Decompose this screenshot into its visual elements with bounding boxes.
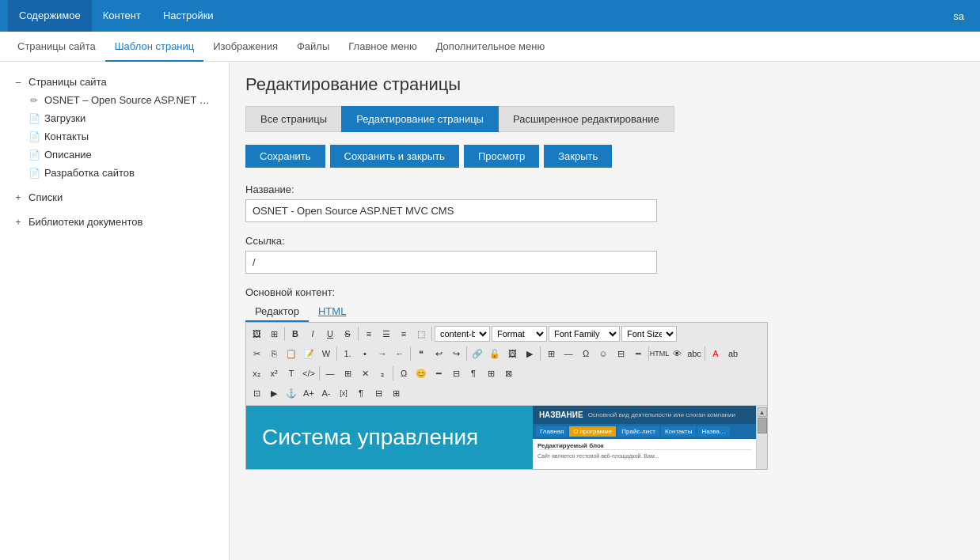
save-close-button[interactable]: Сохранить и закрыть — [330, 145, 459, 168]
sidebar-item-razrabotka[interactable]: 📄 Разработка сайтов — [0, 164, 229, 182]
tb-align-center-btn[interactable]: ☰ — [378, 326, 394, 342]
tb-source2-btn[interactable]: ⊟ — [370, 385, 386, 401]
tb-bg-color-btn[interactable]: ab — [725, 346, 741, 361]
sidebar-item-zagruzki[interactable]: 📄 Загрузки — [0, 109, 229, 127]
tb-justify-btn[interactable]: ⬚ — [413, 326, 429, 342]
tb-paste-text-btn[interactable]: 📝 — [301, 346, 317, 361]
tb-separator-btn[interactable]: ━ — [431, 365, 446, 381]
tb-subscript-btn[interactable]: x₂ — [249, 365, 264, 381]
sidebar-section-header-lists[interactable]: + Списки — [0, 188, 229, 206]
tb-cut-btn[interactable]: ✂ — [249, 346, 264, 361]
sidebar-section-header-site-pages[interactable]: – Страницы сайта — [0, 73, 229, 91]
second-nav-extra-menu[interactable]: Дополнительное меню — [427, 32, 555, 62]
nav-item-content[interactable]: Содержимое — [8, 0, 92, 32]
tb-fontplus-btn[interactable]: A+ — [301, 385, 317, 401]
editor-preview-text: Система управления — [262, 424, 478, 451]
link-input[interactable] — [245, 251, 657, 274]
nav-item-konten[interactable]: Контент — [92, 0, 152, 32]
tb-block-btn[interactable]: ⊞ — [483, 365, 499, 381]
editor-tab-editor[interactable]: Редактор — [245, 302, 309, 322]
tb-font-color-btn[interactable]: A — [708, 346, 724, 361]
second-nav-page-template[interactable]: Шаблон страниц — [105, 32, 204, 62]
tb-maximize-btn[interactable]: ⊞ — [388, 385, 404, 401]
tb-source-btn[interactable]: </> — [301, 365, 317, 381]
tb-undo-btn[interactable]: ↩ — [431, 346, 446, 361]
tab-edit-page[interactable]: Редактирование страницы — [341, 106, 499, 132]
tb-bold-btn[interactable]: B — [287, 326, 303, 342]
tb-page-break-btn[interactable]: ⊟ — [613, 346, 629, 361]
second-nav-site-pages[interactable]: Страницы сайта — [8, 32, 105, 62]
tb-img-btn[interactable]: 🖼 — [249, 326, 264, 342]
tb-img-resize-btn[interactable]: ⊞ — [266, 326, 282, 342]
tb-underline-btn[interactable]: U — [322, 326, 338, 342]
tb-anchor-btn[interactable]: ⚓ — [283, 385, 299, 401]
tb-font-size-select[interactable]: Font Size — [621, 326, 677, 342]
editor-content[interactable]: Система управления НАЗВАНИЕ Основной вид… — [246, 406, 767, 469]
tab-advanced-edit[interactable]: Расширенное редактирование — [498, 106, 674, 132]
second-nav-images[interactable]: Изображения — [203, 32, 287, 62]
tb-rule-btn[interactable]: — — [560, 346, 576, 361]
tb-ul-btn[interactable]: • — [357, 346, 373, 361]
sidebar-item-osnet[interactable]: ✏ OSNET – Open Source ASP.NET M… — [0, 91, 229, 109]
tb-paste-word-btn[interactable]: W — [318, 346, 334, 361]
tb-flash2-btn[interactable]: ▶ — [266, 385, 282, 401]
tb-insert-table-btn[interactable]: ⊞ — [340, 365, 355, 381]
tb-italic-btn[interactable]: I — [305, 326, 321, 342]
tb-insert-image-btn[interactable]: 🖼 — [504, 346, 520, 361]
tb-pilcrow-btn[interactable]: ¶ — [465, 365, 481, 381]
tb-align-right-btn[interactable]: ≡ — [396, 326, 412, 342]
tb-paste-btn[interactable]: 📋 — [283, 346, 299, 361]
tb-copy-btn[interactable]: ⎘ — [266, 346, 282, 361]
tb-redo-btn[interactable]: ↪ — [448, 346, 464, 361]
scrollbar-up-arrow[interactable]: ▲ — [758, 407, 767, 417]
tb-html-btn[interactable]: HTML — [651, 346, 667, 361]
tb-strikethrough-btn[interactable]: S — [340, 326, 355, 342]
sidebar-item-kontakty[interactable]: 📄 Контакты — [0, 127, 229, 146]
second-nav-files[interactable]: Файлы — [287, 32, 339, 62]
tb-format-select[interactable]: Format — [492, 326, 547, 342]
tb-link-btn[interactable]: 🔗 — [469, 346, 485, 361]
name-input[interactable] — [245, 199, 657, 222]
tb-css-class-select[interactable]: content-banne — [435, 326, 490, 342]
editor-preview-block-title: Редактируемый блок — [537, 442, 751, 450]
editor-scrollbar[interactable]: ▲ — [756, 406, 767, 469]
tb-align-left-btn[interactable]: ≡ — [361, 326, 377, 342]
tb-remove-format-btn[interactable]: T — [283, 365, 299, 381]
tb-placeholder-btn[interactable]: [x] — [336, 385, 351, 401]
close-button[interactable]: Закрыть — [544, 145, 612, 168]
tb-horizontal-btn[interactable]: ━ — [630, 346, 646, 361]
nav-item-settings[interactable]: Настройки — [152, 0, 225, 32]
tb-pilcrow2-btn[interactable]: ¶ — [353, 385, 369, 401]
sidebar-item-opisanie[interactable]: 📄 Описание — [0, 146, 229, 164]
tb-sub2-btn[interactable]: ₂ — [374, 365, 390, 381]
tab-all-pages[interactable]: Все страницы — [245, 106, 342, 132]
tb-sel-btn[interactable]: ⊡ — [249, 385, 264, 401]
tb-unlink-btn[interactable]: 🔓 — [487, 346, 503, 361]
tb-flash-btn[interactable]: ▶ — [522, 346, 537, 361]
tb-indent-btn[interactable]: → — [374, 346, 390, 361]
tb-preview-btn[interactable]: 👁 — [669, 346, 685, 361]
tb-del-btn[interactable]: ✕ — [357, 365, 373, 381]
tb-fontminus-btn[interactable]: A- — [318, 385, 334, 401]
save-button[interactable]: Сохранить — [245, 145, 325, 168]
sidebar-section-header-doclibs[interactable]: + Библиотеки документов — [0, 213, 229, 231]
tb-ol-btn[interactable]: 1. — [340, 346, 355, 361]
tb-showblk-btn[interactable]: ⊠ — [500, 365, 516, 381]
tb-symbol-btn[interactable]: Ω — [396, 365, 412, 381]
tb-special-char-btn[interactable]: Ω — [578, 346, 594, 361]
tb-spell-btn[interactable]: abc — [686, 346, 702, 361]
tb-table-btn[interactable]: ⊞ — [543, 346, 559, 361]
tb-blockquote-btn[interactable]: ❝ — [413, 346, 429, 361]
tb-font-family-select[interactable]: Font Family — [549, 326, 620, 342]
page-icon-3: 📄 — [28, 149, 40, 161]
tb-smiley-btn[interactable]: ☺ — [595, 346, 611, 361]
tb-hr-btn[interactable]: ⊟ — [448, 365, 464, 381]
tb-outdent-btn[interactable]: ← — [392, 346, 408, 361]
tb-line-btn[interactable]: — — [322, 365, 338, 381]
preview-button[interactable]: Просмотр — [464, 145, 539, 168]
second-nav-main-menu[interactable]: Главное меню — [339, 32, 426, 62]
scrollbar-thumb[interactable] — [758, 418, 767, 433]
tb-superscript-btn[interactable]: x² — [266, 365, 282, 381]
editor-tab-html[interactable]: HTML — [309, 302, 355, 322]
tb-emoji-btn[interactable]: 😊 — [413, 365, 429, 381]
